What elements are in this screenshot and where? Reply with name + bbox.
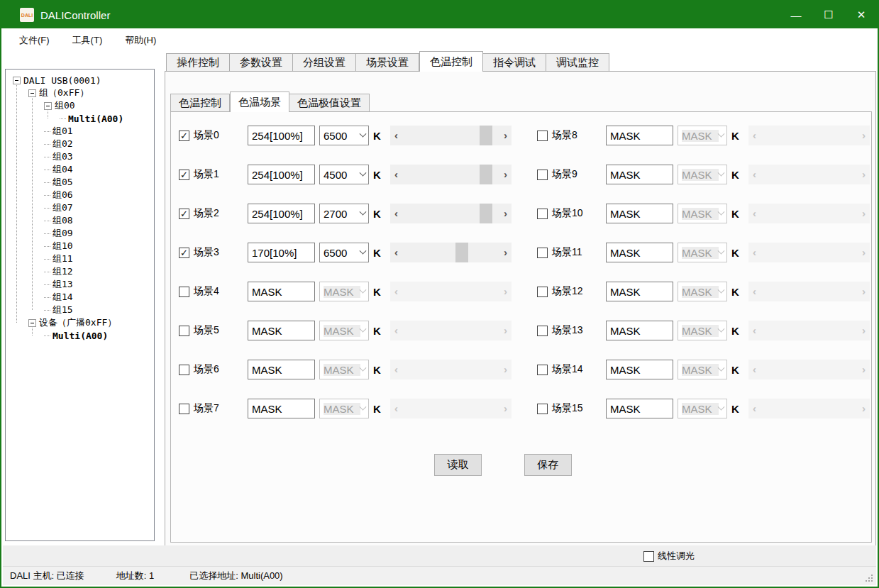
tree-item[interactable]: Multi(A00) (6, 112, 154, 125)
scene-level-input[interactable] (248, 165, 315, 184)
main-tab[interactable]: 指令调试 (483, 53, 546, 72)
scrollbar-right-arrow-icon[interactable]: › (499, 204, 512, 223)
tree-item[interactable]: 组01 (6, 125, 154, 138)
tree-item[interactable]: 组06 (6, 189, 154, 201)
tree-item[interactable]: 组10 (6, 240, 154, 253)
tree-item[interactable]: 组08 (6, 214, 154, 227)
scene-level-input[interactable] (606, 243, 673, 262)
main-tab[interactable]: 色温控制 (419, 51, 483, 72)
scene-checkbox[interactable]: ✓ (537, 287, 548, 297)
main-tab[interactable]: 场景设置 (356, 53, 419, 72)
sub-tab[interactable]: 色温极值设置 (289, 94, 370, 112)
menu-item[interactable]: 工具(T) (63, 31, 112, 50)
main-tab[interactable]: 参数设置 (230, 53, 293, 72)
scene-level-scrollbar[interactable]: ‹› (390, 126, 512, 145)
scene-level-input[interactable] (606, 165, 673, 184)
resize-grip[interactable] (871, 580, 873, 582)
window-title: DALIController (40, 9, 110, 21)
tree-item[interactable]: 组00 (6, 99, 154, 112)
save-button[interactable]: 保存 (524, 454, 572, 476)
scene-level-scrollbar[interactable]: ‹› (390, 165, 512, 184)
scrollbar-right-arrow-icon[interactable]: › (499, 126, 512, 145)
scene-checkbox[interactable]: ✓ (179, 326, 189, 336)
tree-item[interactable]: Multi(A00) (6, 329, 154, 342)
tree-expander-icon[interactable] (13, 77, 21, 84)
scene-checkbox[interactable]: ✓ (179, 287, 189, 297)
scrollbar-left-arrow-icon[interactable]: ‹ (390, 126, 402, 145)
linear-dimming-checkbox[interactable]: ✓ (643, 551, 654, 562)
tree-item[interactable]: 组13 (6, 278, 154, 291)
scene-checkbox[interactable]: ✓ (179, 404, 189, 414)
scene-checkbox[interactable]: ✓ (537, 248, 548, 258)
scene-level-input[interactable] (606, 204, 673, 223)
scrollbar-right-arrow-icon[interactable]: › (499, 165, 512, 184)
scene-level-input[interactable] (248, 204, 315, 223)
tree-item[interactable]: 组05 (6, 176, 154, 189)
scene-checkbox[interactable]: ✓ (179, 248, 189, 258)
tree-expander-icon[interactable] (28, 319, 36, 327)
scene-checkbox[interactable]: ✓ (537, 209, 548, 219)
scene-level-input[interactable] (248, 243, 315, 262)
scene-level-input[interactable] (606, 282, 673, 301)
maximize-button[interactable]: ☐ (812, 1, 845, 28)
close-button[interactable]: ✕ (845, 1, 878, 28)
scene-cct-select[interactable]: 6500 (319, 126, 369, 145)
scrollbar-left-arrow-icon[interactable]: ‹ (390, 204, 402, 223)
scene-checkbox[interactable]: ✓ (537, 170, 548, 180)
scene-checkbox[interactable]: ✓ (179, 170, 189, 180)
scene-checkbox[interactable]: ✓ (537, 404, 548, 414)
sub-tab[interactable]: 色温控制 (170, 94, 230, 112)
scene-cct-select[interactable]: 6500 (319, 243, 369, 262)
scrollbar-left-arrow-icon[interactable]: ‹ (390, 243, 402, 262)
scene-level-input[interactable] (606, 399, 673, 418)
tree-item[interactable]: 设备（广播0xFF） (6, 316, 154, 329)
tree-item[interactable]: 组14 (6, 291, 154, 304)
tree-item[interactable]: 组07 (6, 201, 154, 214)
read-button[interactable]: 读取 (434, 454, 482, 476)
tree-item[interactable]: 组09 (6, 227, 154, 240)
tree-item[interactable]: 组12 (6, 265, 154, 278)
tree-expander-icon[interactable] (28, 89, 36, 97)
tree-expander-icon[interactable] (44, 102, 52, 110)
scene-level-input[interactable] (248, 282, 315, 301)
scene-cct-select[interactable]: 2700 (319, 204, 369, 223)
tree-item[interactable]: 组03 (6, 150, 154, 163)
scrollbar-right-arrow-icon[interactable]: › (499, 243, 512, 262)
scene-level-input[interactable] (248, 321, 315, 340)
kelvin-label: K (373, 247, 385, 259)
scene-level-input[interactable] (606, 321, 673, 340)
tree-item[interactable]: 组04 (6, 163, 154, 176)
tree-item[interactable]: 组11 (6, 253, 154, 265)
scene-level-input[interactable] (606, 360, 673, 379)
scene-checkbox[interactable]: ✓ (537, 326, 548, 336)
main-tab[interactable]: 操作控制 (166, 53, 230, 72)
scrollbar-thumb[interactable] (480, 165, 492, 184)
menu-item[interactable]: 帮助(H) (116, 31, 165, 50)
tree-item[interactable]: 组15 (6, 304, 154, 316)
scene-level-input[interactable] (248, 126, 315, 145)
sub-tab[interactable]: 色温场景 (230, 91, 289, 112)
menu-item[interactable]: 文件(F) (10, 31, 59, 50)
main-tab[interactable]: 调试监控 (546, 53, 609, 72)
scene-checkbox[interactable]: ✓ (179, 365, 189, 375)
tree-item[interactable]: 组02 (6, 138, 154, 150)
main-tab[interactable]: 分组设置 (293, 53, 356, 72)
scene-level-input[interactable] (248, 360, 315, 379)
scene-checkbox[interactable]: ✓ (537, 365, 548, 375)
device-tree-panel[interactable]: DALI USB(0001)组（0xFF）组00Multi(A00)组01组02… (5, 69, 155, 541)
scrollbar-thumb[interactable] (455, 243, 468, 262)
tree-item[interactable]: 组（0xFF） (6, 87, 154, 99)
scrollbar-left-arrow-icon[interactable]: ‹ (390, 165, 402, 184)
scene-checkbox[interactable]: ✓ (537, 131, 548, 141)
scene-checkbox[interactable]: ✓ (179, 209, 189, 219)
scrollbar-thumb[interactable] (480, 126, 492, 145)
scene-level-input[interactable] (248, 399, 315, 418)
scene-level-scrollbar[interactable]: ‹› (390, 204, 512, 223)
scene-checkbox[interactable]: ✓ (179, 131, 189, 141)
minimize-button[interactable]: — (780, 1, 812, 28)
scrollbar-thumb[interactable] (480, 204, 492, 223)
scene-level-input[interactable] (606, 126, 673, 145)
scene-level-scrollbar[interactable]: ‹› (390, 243, 512, 262)
tree-item[interactable]: DALI USB(0001) (6, 74, 154, 87)
scene-cct-select[interactable]: 4500 (319, 165, 369, 184)
